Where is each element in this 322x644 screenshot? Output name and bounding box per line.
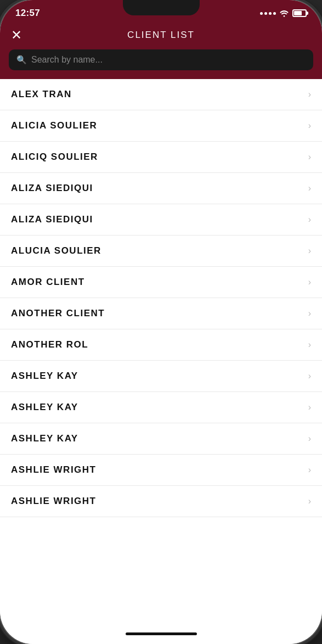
battery-icon [292, 9, 307, 17]
chevron-right-icon: › [308, 402, 311, 412]
home-bar [126, 632, 197, 635]
close-button[interactable]: ✕ [11, 29, 22, 42]
chevron-right-icon: › [308, 121, 311, 131]
chevron-right-icon: › [308, 340, 311, 350]
list-item[interactable]: ASHLEY KAY› [0, 423, 322, 455]
client-name: ANOTHER CLIENT [11, 308, 105, 319]
list-item[interactable]: ALICIQ SOULIER› [0, 142, 322, 173]
list-item[interactable]: ALIZA SIEDIQUI› [0, 173, 322, 204]
search-placeholder: Search by name... [31, 55, 103, 65]
client-name: ALIZA SIEDIQUI [11, 183, 93, 194]
client-name: ALEX TRAN [11, 89, 72, 100]
chevron-right-icon: › [308, 371, 311, 381]
chevron-right-icon: › [308, 183, 311, 193]
client-name: ALUCIA SOULIER [11, 245, 101, 256]
client-name: ASHLIE WRIGHT [11, 464, 97, 475]
list-item[interactable]: ASHLIE WRIGHT› [0, 486, 322, 517]
wifi-icon [279, 9, 289, 17]
list-item[interactable]: ALEX TRAN› [0, 79, 322, 110]
client-name: AMOR CLIENT [11, 277, 85, 288]
signal-icon [260, 12, 276, 15]
list-item[interactable]: ASHLEY KAY› [0, 361, 322, 392]
client-name: ALIZA SIEDIQUI [11, 214, 93, 225]
chevron-right-icon: › [308, 152, 311, 162]
chevron-right-icon: › [308, 246, 311, 256]
phone-frame: 12:57 [0, 0, 322, 644]
list-item[interactable]: ASHLEY KAY› [0, 392, 322, 423]
header-title: CLIENT LIST [127, 30, 195, 41]
client-name: ASHLIE WRIGHT [11, 496, 97, 507]
client-name: ANOTHER ROL [11, 339, 88, 350]
search-bar-container: 🔍 Search by name... [0, 49, 322, 79]
chevron-right-icon: › [308, 215, 311, 225]
client-name: ASHLEY KAY [11, 402, 78, 413]
chevron-right-icon: › [308, 89, 311, 99]
client-name: ALICIA SOULIER [11, 120, 97, 131]
client-name: ASHLEY KAY [11, 371, 78, 382]
status-time: 12:57 [15, 8, 40, 19]
notch [123, 0, 200, 15]
search-input-wrap[interactable]: 🔍 Search by name... [9, 49, 313, 70]
app-header: ✕ CLIENT LIST [0, 23, 322, 49]
list-item[interactable]: ALICIA SOULIER› [0, 110, 322, 142]
list-item[interactable]: ASHLIE WRIGHT› [0, 455, 322, 486]
search-icon: 🔍 [16, 55, 27, 65]
list-item[interactable]: AMOR CLIENT› [0, 267, 322, 298]
list-item[interactable]: ALUCIA SOULIER› [0, 236, 322, 267]
chevron-right-icon: › [308, 277, 311, 287]
client-list: ALEX TRAN›ALICIA SOULIER›ALICIQ SOULIER›… [0, 79, 322, 627]
chevron-right-icon: › [308, 465, 311, 475]
list-item[interactable]: ANOTHER CLIENT› [0, 298, 322, 329]
home-indicator [0, 627, 322, 644]
chevron-right-icon: › [308, 496, 311, 506]
screen: 12:57 [0, 0, 322, 644]
client-name: ALICIQ SOULIER [11, 152, 98, 163]
chevron-right-icon: › [308, 309, 311, 318]
list-item[interactable]: ALIZA SIEDIQUI› [0, 204, 322, 236]
client-name: ASHLEY KAY [11, 433, 78, 444]
chevron-right-icon: › [308, 434, 311, 444]
list-item[interactable]: ANOTHER ROL› [0, 329, 322, 361]
status-icons [260, 9, 307, 17]
